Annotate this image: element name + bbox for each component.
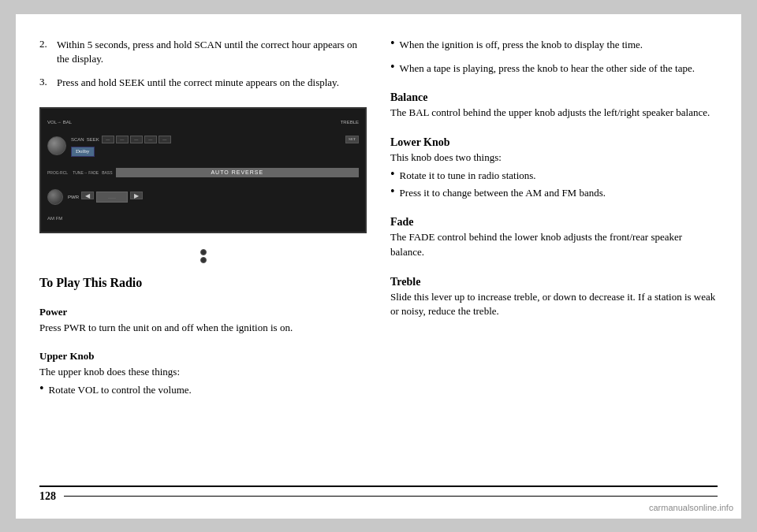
vol-bal-label: VOL→ BAL bbox=[47, 120, 72, 125]
press-change-bullet: • Press it to change between the AM and … bbox=[390, 186, 718, 200]
upper-knob-text: The upper knob does these things: bbox=[39, 365, 367, 380]
rotate-tune-bullet: • Rotate it to tune in radio stations. bbox=[390, 169, 718, 183]
power-text: Press PWR to turn the unit on and off wh… bbox=[39, 321, 367, 336]
footer-line bbox=[64, 496, 718, 497]
upper-knob bbox=[47, 136, 66, 155]
preset-1: — bbox=[102, 136, 114, 143]
set-label: SET bbox=[349, 137, 356, 141]
treble-label: TREBLE bbox=[341, 120, 359, 125]
preset-2: — bbox=[116, 136, 129, 143]
next-button: ▶ bbox=[130, 192, 143, 199]
lower-knob bbox=[47, 189, 63, 205]
power-section: Power Press PWR to turn the unit on and … bbox=[39, 301, 367, 339]
circle-dot-2 bbox=[200, 257, 207, 263]
circle-indicators bbox=[39, 249, 367, 263]
ignition-text: When the ignition is off, press the knob… bbox=[400, 38, 643, 52]
pwr-label: PWR bbox=[68, 195, 79, 199]
left-column: 2. Within 5 seconds, press and hold SCAN… bbox=[39, 38, 367, 479]
item-number-2: 2. bbox=[39, 38, 52, 66]
tape-text: When a tape is playing, press the knob t… bbox=[400, 61, 695, 76]
fade-text: The FADE control behind the lower knob a… bbox=[390, 230, 718, 260]
auto-reverse-display: AUTO REVERSE bbox=[116, 168, 359, 177]
content-area: 2. Within 5 seconds, press and hold SCAN… bbox=[39, 38, 718, 479]
press-change-text: Press it to change between the AM and FM… bbox=[400, 186, 606, 200]
preset-4: — bbox=[144, 136, 157, 143]
numbered-item-3: 3. Press and hold SEEK until the correct… bbox=[39, 76, 367, 90]
treble-heading: Treble bbox=[390, 276, 718, 288]
treble-text: Slide this lever up to increase treble, … bbox=[390, 290, 718, 320]
balance-text: The BAL control behind the upper knob ad… bbox=[390, 106, 718, 121]
bullet-icon-5: • bbox=[390, 185, 395, 198]
bullet-icon-1: • bbox=[39, 382, 44, 395]
item-number-3: 3. bbox=[39, 76, 52, 90]
radio-image: VOL→ BAL TREBLE SCAN SEEK — — bbox=[39, 107, 367, 233]
scan-label: SCAN bbox=[71, 137, 84, 142]
page-footer: 128 bbox=[39, 485, 718, 503]
lower-knob-heading: Lower Knob bbox=[390, 136, 718, 149]
seek-label: SEEK bbox=[87, 137, 99, 142]
upper-knob-heading: Upper Knob bbox=[39, 350, 367, 363]
circle-dot-1 bbox=[200, 249, 207, 255]
dolby-label: Dolby bbox=[76, 148, 90, 154]
upper-knob-section: Upper Knob The upper knob does these thi… bbox=[39, 345, 367, 400]
set-button: SET bbox=[345, 136, 359, 143]
am-fm-label: AM FM bbox=[47, 216, 62, 221]
item-text-2: Within 5 seconds, press and hold SCAN un… bbox=[57, 38, 367, 66]
prev-button: ◀ bbox=[81, 192, 94, 199]
to-play-heading-text: To Play This Radio bbox=[39, 276, 142, 289]
preset-buttons-row: — — — — — bbox=[102, 136, 343, 143]
fade-section: Fade The FADE control behind the lower k… bbox=[390, 210, 718, 263]
right-column: • When the ignition is off, press the kn… bbox=[390, 38, 718, 479]
bullet-icon-2: • bbox=[390, 37, 395, 50]
page-container: 2. Within 5 seconds, press and hold SCAN… bbox=[16, 14, 741, 519]
dolby-button: Dolby bbox=[71, 147, 95, 157]
to-play-heading: To Play This Radio bbox=[39, 276, 367, 290]
watermark: carmanualsonline.info bbox=[649, 503, 733, 512]
nav-controls: ◀ —— ▶ bbox=[81, 192, 359, 203]
bullet-tape: • When a tape is playing, press the knob… bbox=[390, 61, 718, 76]
numbered-item-2: 2. Within 5 seconds, press and hold SCAN… bbox=[39, 38, 367, 66]
upper-knob-bullet: • Rotate VOL to control the volume. bbox=[39, 383, 367, 397]
prog-rcl-label: PROG·RCL bbox=[47, 170, 68, 175]
balance-heading: Balance bbox=[390, 91, 718, 104]
preset-3: — bbox=[130, 136, 143, 143]
rotate-tune-text: Rotate it to tune in radio stations. bbox=[400, 169, 536, 183]
bullet-ignition: • When the ignition is off, press the kn… bbox=[390, 38, 718, 52]
lower-knob-section: Lower Knob This knob does two things: • … bbox=[390, 130, 718, 203]
page-number: 128 bbox=[39, 490, 56, 503]
item-text-3: Press and hold SEEK until the correct mi… bbox=[57, 76, 339, 90]
bullet-icon-3: • bbox=[390, 61, 395, 73]
bullet-icon-4: • bbox=[390, 168, 395, 180]
lower-knob-text: This knob does two things: bbox=[390, 151, 718, 166]
power-heading: Power bbox=[39, 306, 367, 318]
fade-heading: Fade bbox=[390, 216, 718, 229]
treble-section: Treble Slide this lever up to increase t… bbox=[390, 270, 718, 323]
preset-5: — bbox=[158, 136, 171, 143]
balance-section: Balance The BAL control behind the upper… bbox=[390, 85, 718, 124]
rotate-vol-text: Rotate VOL to control the volume. bbox=[49, 383, 192, 397]
tune-fade-label: TUNE→ FADE bbox=[73, 170, 99, 175]
bass-label: BASS bbox=[102, 170, 112, 175]
